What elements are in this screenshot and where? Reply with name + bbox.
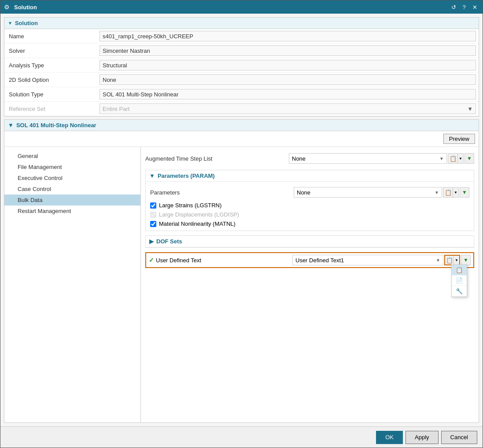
cancel-button[interactable]: Cancel [441, 431, 477, 444]
sol401-inner: Preview General File Management Executiv… [4, 131, 479, 422]
sidebar-item-case-control[interactable]: Case Control [4, 184, 140, 195]
reference-set-text: Entire Part [103, 106, 129, 112]
edit-icon: 📋 [443, 187, 453, 197]
ok-button[interactable]: OK [376, 431, 403, 444]
augmented-time-label: Augmented Time Step List [145, 155, 286, 162]
chevron-down-icon: ▼ [453, 191, 458, 195]
udt-value: User Defined Text1 [295, 257, 344, 264]
apply-button[interactable]: Apply [406, 431, 439, 444]
solver-value: Simcenter Nastran [97, 44, 479, 58]
main-content: Augmented Time Step List None ▼ 📋 ▼ [141, 147, 479, 422]
gear-icon: ⚙ [4, 4, 10, 11]
sidebar-item-executive-control[interactable]: Executive Control [4, 173, 140, 184]
parameters-caret: ▼ [435, 190, 439, 195]
udt-controls: User Defined Text1 ▼ 📋 ▼ ▼ [292, 255, 471, 265]
analysis-type-label: Analysis Type [4, 58, 97, 73]
title-bar-controls: ↺ ? ✕ [449, 3, 479, 11]
augmented-time-caret: ▼ [439, 156, 444, 161]
parameters-subsection: ▼ Parameters (PARAM) Parameters None [145, 170, 474, 231]
sidebar-item-restart-management[interactable]: Restart Management [4, 206, 140, 217]
sol401-title: SOL 401 Multi-Step Nonlinear [16, 122, 96, 129]
large-displacements-checkbox[interactable] [150, 212, 156, 218]
wrench-icon: 🔧 [456, 288, 463, 294]
solution-dialog: ⚙ Solution ↺ ? ✕ ▼ Solution Name s401_ra… [0, 0, 483, 448]
udt-dropdown-popup: 📋 📄 🔧 [451, 264, 467, 297]
parameters-add-btn[interactable]: ▼ [460, 187, 469, 198]
solution-section-header: ▼ Solution [4, 18, 479, 29]
help-button[interactable]: ? [460, 3, 468, 11]
udt-edit-btn[interactable]: 📋 ▼ [444, 255, 460, 265]
reference-set-label: Reference Set [4, 102, 97, 116]
sidebar-item-bulk-data[interactable]: Bulk Data [4, 195, 140, 206]
augmented-time-value: None [292, 155, 306, 162]
popup-new-item[interactable]: 📄 [452, 275, 467, 286]
reference-set-caret: ▼ [467, 106, 473, 112]
udt-caret: ▼ [436, 258, 440, 263]
large-strains-label: Large Strains (LGSTRN) [159, 202, 221, 209]
title-bar: ⚙ Solution ↺ ? ✕ [0, 0, 483, 14]
parameters-controls: None ▼ 📋 ▼ ▼ [294, 187, 469, 198]
solution-type-value: SOL 401 Multi-Step Nonlinear [97, 87, 479, 102]
name-value: s401_ramp1_creep-50kh_UCREEP [97, 29, 479, 44]
solution-type-label: Solution Type [4, 87, 97, 102]
augmented-time-dropdown[interactable]: None ▼ [289, 153, 447, 164]
sol401-section: ▼ SOL 401 Multi-Step Nonlinear Preview G… [4, 119, 479, 423]
popup-edit-item[interactable]: 🔧 [452, 286, 467, 297]
solution-type-field[interactable]: SOL 401 Multi-Step Nonlinear [100, 89, 476, 99]
checkmark-icon: ✓ [149, 257, 154, 264]
solution-section-title: Solution [15, 20, 38, 26]
parameters-collapse-arrow[interactable]: ▼ [149, 173, 155, 179]
augmented-time-row: Augmented Time Step List None ▼ 📋 ▼ [145, 151, 474, 165]
sol401-body: General File Management Executive Contro… [4, 147, 479, 422]
large-strains-checkbox[interactable] [150, 202, 156, 209]
udt-add-btn[interactable]: ▼ [461, 255, 471, 265]
close-button[interactable]: ✕ [470, 3, 479, 11]
udt-label: ✓ User Defined Text [149, 257, 290, 264]
refresh-button[interactable]: ↺ [449, 3, 458, 11]
2d-solid-value: None [97, 73, 479, 87]
large-displacements-label: Large Displacements (LGDISP) [159, 211, 239, 218]
material-nonlinearity-label: Material Nonlinearity (MATNL) [159, 220, 236, 227]
solution-collapse-arrow[interactable]: ▼ [8, 21, 12, 26]
solver-field[interactable]: Simcenter Nastran [100, 45, 476, 56]
sidebar-item-general[interactable]: General [4, 151, 140, 162]
parameters-label: Parameters [150, 189, 291, 196]
solution-form: Name s401_ramp1_creep-50kh_UCREEP Solver… [4, 29, 479, 116]
popup-copy-item[interactable]: 📋 [452, 265, 467, 275]
sidebar-item-file-management[interactable]: File Management [4, 162, 140, 173]
chevron-down-icon: ▼ [458, 157, 463, 161]
udt-dropdown[interactable]: User Defined Text1 ▼ [292, 255, 443, 265]
dialog-footer: OK Apply Cancel [0, 426, 483, 448]
new-doc-icon: 📄 [456, 277, 463, 284]
solver-label: Solver [4, 44, 97, 58]
augmented-time-controls: None ▼ 📋 ▼ ▼ [289, 153, 474, 164]
large-displacements-row: Large Displacements (LGDISP) [150, 211, 469, 218]
preview-bar: Preview [4, 131, 479, 147]
2d-solid-field[interactable]: None [100, 74, 476, 85]
dof-header: ▶ DOF Sets [146, 236, 474, 247]
augmented-time-edit-btn[interactable]: 📋 ▼ [448, 153, 464, 164]
name-field[interactable]: s401_ramp1_creep-50kh_UCREEP [100, 31, 476, 41]
udt-text: User Defined Text [156, 257, 201, 264]
sol401-header: ▼ SOL 401 Multi-Step Nonlinear [4, 120, 479, 131]
augmented-time-add-btn[interactable]: ▼ [465, 153, 474, 164]
chevron-down-icon: ▼ [454, 258, 459, 262]
dialog-content: ▼ Solution Name s401_ramp1_creep-50kh_UC… [0, 14, 483, 426]
reference-set-dropdown[interactable]: Entire Part ▼ [100, 103, 476, 114]
dof-collapse-arrow[interactable]: ▶ [149, 238, 154, 245]
dialog-title: Solution [14, 4, 446, 11]
sidebar-nav: General File Management Executive Contro… [4, 147, 141, 422]
large-strains-row: Large Strains (LGSTRN) [150, 202, 469, 209]
analysis-type-field[interactable]: Structural [100, 60, 476, 70]
material-nonlinearity-checkbox[interactable] [150, 221, 156, 227]
material-nonlinearity-row: Material Nonlinearity (MATNL) [150, 220, 469, 227]
dof-title: DOF Sets [156, 238, 182, 245]
solution-panel: ▼ Solution Name s401_ramp1_creep-50kh_UC… [4, 17, 479, 117]
parameters-value: None [297, 189, 310, 196]
preview-button[interactable]: Preview [443, 134, 475, 144]
parameters-edit-btn[interactable]: 📋 ▼ [443, 187, 459, 198]
parameters-dropdown[interactable]: None ▼ [294, 187, 442, 198]
analysis-type-value: Structural [97, 58, 479, 73]
parameters-header: ▼ Parameters (PARAM) [146, 170, 474, 182]
sol401-collapse-arrow[interactable]: ▼ [8, 122, 14, 129]
